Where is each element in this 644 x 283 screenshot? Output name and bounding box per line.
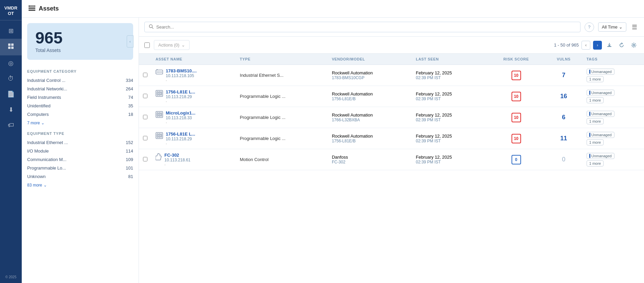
row-checkbox[interactable] xyxy=(143,115,147,119)
collapse-panel-button[interactable]: ‹ xyxy=(127,35,133,48)
sidebar-item-globe[interactable]: ◎ xyxy=(0,55,22,71)
asset-note: - xyxy=(164,162,191,166)
filter-item-computers[interactable]: Computers 18 xyxy=(27,110,133,119)
sidebar-item-history[interactable]: ⏱ xyxy=(0,71,22,86)
table-row: FC-302 10.113.218.61 - Motion Control Da… xyxy=(139,149,644,170)
row-checkbox-cell[interactable] xyxy=(139,65,151,86)
next-page-button[interactable]: › xyxy=(593,41,602,50)
svg-line-9 xyxy=(152,28,154,29)
tag-unmanaged[interactable]: Unmanaged xyxy=(587,90,614,96)
tags-cell: Unmanaged 1 more xyxy=(583,86,644,107)
help-button[interactable]: ? xyxy=(585,22,594,32)
asset-name-link[interactable]: 1756-L81E L... xyxy=(166,131,195,137)
equipment-type-more[interactable]: 83 more ⌄ xyxy=(27,181,133,190)
filter-item-industrial-ethernet[interactable]: Industrial Ethernet ... 152 xyxy=(27,138,133,147)
sidebar-item-tags[interactable]: 🏷 xyxy=(0,118,22,133)
asset-name-link[interactable]: 1756-L81E L... xyxy=(166,89,195,94)
svg-rect-17 xyxy=(157,69,158,70)
svg-rect-25 xyxy=(159,112,160,114)
filter-item-io-module[interactable]: I/O Module 114 xyxy=(27,147,133,155)
tag-more[interactable]: 1 more xyxy=(587,76,604,82)
filter-item-communication-m[interactable]: Communication M... 109 xyxy=(27,155,133,164)
chevron-down-icon-2: ⌄ xyxy=(43,183,47,188)
sidebar-item-dashboard[interactable]: ⊞ xyxy=(0,23,22,39)
tag-more[interactable]: 1 more xyxy=(587,139,604,145)
toolbar-left: Actions (0) ⌄ xyxy=(144,40,190,50)
asset-type-icon xyxy=(156,153,162,162)
svg-point-14 xyxy=(158,72,159,73)
sidebar-item-report[interactable]: 📄 xyxy=(0,86,22,102)
th-risk-score: RISK SCORE xyxy=(487,54,545,65)
svg-rect-6 xyxy=(29,10,35,11)
svg-rect-29 xyxy=(157,134,158,138)
tag-unmanaged[interactable]: Unmanaged xyxy=(587,69,614,75)
vulns-cell: 6 xyxy=(545,107,582,128)
type-cell: Industrial Ethernet S... xyxy=(236,65,328,86)
equipment-type-title: EQUIPMENT TYPE xyxy=(27,127,133,138)
row-checkbox[interactable] xyxy=(143,136,147,140)
equipment-category-more[interactable]: 7 more ⌄ xyxy=(27,119,133,127)
sidebar-item-download[interactable]: ⬇ xyxy=(0,102,22,118)
row-checkbox-cell[interactable] xyxy=(139,86,151,107)
filter-item-unknown[interactable]: Unknown 81 xyxy=(27,172,133,181)
dashboard-icon: ⊞ xyxy=(8,27,14,35)
sidebar-item-assets[interactable] xyxy=(0,39,22,55)
row-checkbox[interactable] xyxy=(143,157,147,161)
asset-name-link[interactable]: FC-302 xyxy=(164,153,191,158)
row-checkbox[interactable] xyxy=(143,94,147,98)
search-input[interactable] xyxy=(156,24,576,30)
svg-rect-21 xyxy=(159,94,160,95)
risk-badge: 10 xyxy=(512,113,521,122)
download-icon: ⬇ xyxy=(8,106,14,113)
filter-item-unidentified[interactable]: Unidentified 35 xyxy=(27,102,133,110)
svg-rect-31 xyxy=(159,136,160,138)
tag-unmanaged[interactable]: Unmanaged xyxy=(587,111,614,117)
filter-item-programmable-logic[interactable]: Programmable Lo... 101 xyxy=(27,164,133,172)
vulns-count: 0 xyxy=(562,156,566,163)
tag-unmanaged[interactable]: Unmanaged xyxy=(587,132,614,138)
right-panel: ? All Time ⌄ ☰ Actions (0) ⌄ xyxy=(139,18,644,283)
sidebar-nav: ⊞ ◎ ⏱ 📄 ⬇ 🏷 xyxy=(0,20,22,271)
tags-cell: Unmanaged 1 more xyxy=(583,65,644,86)
row-checkbox-cell[interactable] xyxy=(139,128,151,149)
asset-type-icon xyxy=(156,68,163,76)
asset-name-link[interactable]: MicroLogix1... xyxy=(166,110,195,116)
tag-more[interactable]: 1 more xyxy=(587,118,604,124)
tag-more[interactable]: 1 more xyxy=(587,160,604,166)
tag-unmanaged[interactable]: Unmanaged xyxy=(587,153,614,159)
prev-page-button[interactable]: ‹ xyxy=(582,41,590,50)
asset-name-link[interactable]: 1783-BMS10.... xyxy=(166,68,197,73)
svg-point-11 xyxy=(633,44,635,46)
sidebar-logo: VMDR OT xyxy=(0,3,22,20)
row-checkbox-cell[interactable] xyxy=(139,149,151,170)
filter-item-industrial-control[interactable]: Industrial Control ... 334 xyxy=(27,76,133,85)
settings-button[interactable] xyxy=(629,40,639,50)
total-assets-info: 965 Total Assets xyxy=(35,30,62,53)
asset-note: - xyxy=(166,141,195,145)
chevron-down-icon: ⌄ xyxy=(41,121,44,125)
page-header: Assets xyxy=(22,0,644,18)
filter-item-field-instruments[interactable]: Field Instruments 74 xyxy=(27,93,133,102)
filter-item-industrial-networking[interactable]: Industrial Networki... 264 xyxy=(27,85,133,93)
asset-ip: 10.113.218.33 xyxy=(166,116,195,120)
actions-button[interactable]: Actions (0) ⌄ xyxy=(154,40,190,50)
sidebar: VMDR OT ⊞ ◎ ⏱ 📄 ⬇ 🏷 © 2025 xyxy=(0,0,22,283)
time-filter-select[interactable]: All Time ⌄ xyxy=(598,22,626,32)
risk-score-cell: 10 xyxy=(487,128,545,149)
row-checkbox-cell[interactable] xyxy=(139,107,151,128)
th-vendor-model: VENDOR/MODEL xyxy=(328,54,412,65)
vendor-model-cell: Rockwell Automation 1766-L32BXBA xyxy=(328,107,412,128)
tag-more[interactable]: 1 more xyxy=(587,97,604,103)
export-button[interactable] xyxy=(605,40,614,50)
svg-rect-30 xyxy=(159,134,160,135)
content-area: 965 Total Assets ‹ EQUIPMENT CATEGORY In… xyxy=(22,18,644,283)
svg-rect-1 xyxy=(11,43,14,46)
asset-ip: 10.113.218.61 xyxy=(164,158,191,162)
sidebar-footer: © 2025 xyxy=(5,271,16,283)
menu-button[interactable]: ☰ xyxy=(630,23,639,31)
search-input-wrapper[interactable] xyxy=(144,22,580,32)
row-checkbox[interactable] xyxy=(143,73,147,77)
refresh-button[interactable] xyxy=(617,40,626,50)
select-all-checkbox[interactable] xyxy=(144,42,150,48)
header-assets-icon xyxy=(29,5,35,13)
